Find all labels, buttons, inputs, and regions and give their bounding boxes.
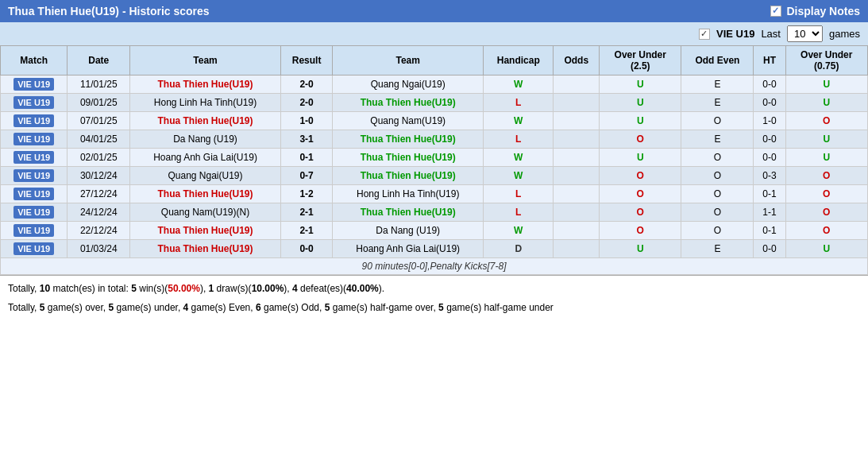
cell-result: 0-7 <box>280 167 333 185</box>
cell-team1: Hoang Anh Gia Lai(U19) <box>130 149 281 167</box>
cell-over-under: O <box>600 185 681 203</box>
note-cell: 90 minutes[0-0],Penalty Kicks[7-8] <box>1 258 868 275</box>
cell-team2: Thua Thien Hue(U19) <box>333 94 484 112</box>
cell-result: 2-0 <box>280 94 333 112</box>
scores-table: Match Date Team Result Team Handicap Odd… <box>0 45 868 275</box>
cell-team2: Hoang Anh Gia Lai(U19) <box>333 240 484 258</box>
cell-team1: Quang Ngai(U19) <box>130 167 281 185</box>
cell-date: 22/12/24 <box>68 222 130 240</box>
filter-bar: VIE U19 Last 10 20 30 games <box>0 22 868 45</box>
cell-ht: 0-3 <box>754 167 785 185</box>
team-filter-label: VIE U19 <box>716 28 754 40</box>
cell-date: 04/01/25 <box>68 130 130 149</box>
cell-wdl: W <box>484 149 554 167</box>
cell-odd-even: O <box>681 149 754 167</box>
cell-date: 11/01/25 <box>68 75 130 94</box>
cell-team1: Da Nang (U19) <box>130 130 281 149</box>
cell-date: 30/12/24 <box>68 167 130 185</box>
cell-odd-even: O <box>681 185 754 203</box>
cell-handicap <box>554 94 600 112</box>
col-ou075: Over Under(0.75) <box>785 46 868 75</box>
cell-ht: 0-0 <box>754 94 785 112</box>
display-notes-checkbox[interactable] <box>770 6 781 17</box>
table-row: VIE U1924/12/24Quang Nam(U19)(N)2-1Thua … <box>1 203 868 222</box>
table-row: VIE U1930/12/24Quang Ngai(U19)0-7Thua Th… <box>1 167 868 185</box>
match-badge: VIE U19 <box>14 242 54 255</box>
filter-checkbox[interactable] <box>699 29 710 40</box>
cell-ht: 0-0 <box>754 240 785 258</box>
cell-result: 0-1 <box>280 149 333 167</box>
col-result: Result <box>280 46 333 75</box>
cell-team1: Thua Thien Hue(U19) <box>130 240 281 258</box>
cell-team2: Quang Ngai(U19) <box>333 75 484 94</box>
col-odd-even: Odd Even <box>681 46 754 75</box>
cell-ht: 1-1 <box>754 203 785 222</box>
cell-handicap <box>554 75 600 94</box>
header-title-area: Thua Thien Hue(U19) - Historic scores <box>8 5 210 17</box>
cell-ht: 0-1 <box>754 185 785 203</box>
col-team2: Team <box>333 46 484 75</box>
cell-team2: Thua Thien Hue(U19) <box>333 130 484 149</box>
cell-over-under: U <box>600 240 681 258</box>
cell-ht: 0-0 <box>754 75 785 94</box>
cell-ou075: U <box>785 240 868 258</box>
cell-ht: 0-0 <box>754 149 785 167</box>
cell-match: VIE U19 <box>1 94 68 112</box>
cell-over-under: U <box>600 94 681 112</box>
cell-over-under: O <box>600 130 681 149</box>
table-row: VIE U1904/01/25Da Nang (U19)3-1Thua Thie… <box>1 130 868 149</box>
cell-over-under: O <box>600 167 681 185</box>
col-over-under: Over Under(2.5) <box>600 46 681 75</box>
cell-ou075: U <box>785 94 868 112</box>
cell-wdl: W <box>484 75 554 94</box>
cell-ht: 1-0 <box>754 112 785 130</box>
match-badge: VIE U19 <box>14 114 54 127</box>
cell-odd-even: E <box>681 94 754 112</box>
cell-result: 2-0 <box>280 75 333 94</box>
cell-odd-even: O <box>681 112 754 130</box>
games-label: games <box>829 28 860 40</box>
cell-odd-even: E <box>681 75 754 94</box>
cell-handicap <box>554 203 600 222</box>
table-row: VIE U1902/01/25Hoang Anh Gia Lai(U19)0-1… <box>1 149 868 167</box>
display-notes-label: Display Notes <box>786 5 860 17</box>
cell-result: 1-0 <box>280 112 333 130</box>
summary-section: Totally, 10 match(es) in total: 5 win(s)… <box>0 275 868 323</box>
cell-team1: Quang Nam(U19)(N) <box>130 203 281 222</box>
table-row: VIE U1911/01/25Thua Thien Hue(U19)2-0Qua… <box>1 75 868 94</box>
cell-team2: Da Nang (U19) <box>333 222 484 240</box>
cell-ou075: O <box>785 112 868 130</box>
cell-wdl: L <box>484 130 554 149</box>
cell-odd-even: E <box>681 240 754 258</box>
cell-match: VIE U19 <box>1 185 68 203</box>
cell-handicap <box>554 112 600 130</box>
games-select[interactable]: 10 20 30 <box>787 25 823 42</box>
cell-over-under: O <box>600 203 681 222</box>
cell-handicap <box>554 222 600 240</box>
note-row: 90 minutes[0-0],Penalty Kicks[7-8] <box>1 258 868 275</box>
cell-odd-even: E <box>681 130 754 149</box>
col-ht: HT <box>754 46 785 75</box>
cell-wdl: W <box>484 167 554 185</box>
match-badge: VIE U19 <box>14 188 54 200</box>
cell-result: 1-2 <box>280 185 333 203</box>
cell-ou075: U <box>785 75 868 94</box>
table-row: VIE U1909/01/25Hong Linh Ha Tinh(U19)2-0… <box>1 94 868 112</box>
cell-match: VIE U19 <box>1 240 68 258</box>
cell-team1: Thua Thien Hue(U19) <box>130 112 281 130</box>
cell-ou075: U <box>785 149 868 167</box>
cell-match: VIE U19 <box>1 222 68 240</box>
col-match: Match <box>1 46 68 75</box>
cell-match: VIE U19 <box>1 203 68 222</box>
cell-ou075: O <box>785 185 868 203</box>
col-team1: Team <box>130 46 281 75</box>
cell-result: 3-1 <box>280 130 333 149</box>
match-badge: VIE U19 <box>14 206 54 219</box>
cell-team2: Quang Nam(U19) <box>333 112 484 130</box>
header-right-area: Display Notes <box>770 5 860 17</box>
summary-line1: Totally, 10 match(es) in total: 5 win(s)… <box>8 281 860 298</box>
cell-ou075: O <box>785 222 868 240</box>
cell-match: VIE U19 <box>1 149 68 167</box>
cell-odd-even: O <box>681 222 754 240</box>
header-title: Thua Thien Hue(U19) - Historic scores <box>8 5 210 17</box>
